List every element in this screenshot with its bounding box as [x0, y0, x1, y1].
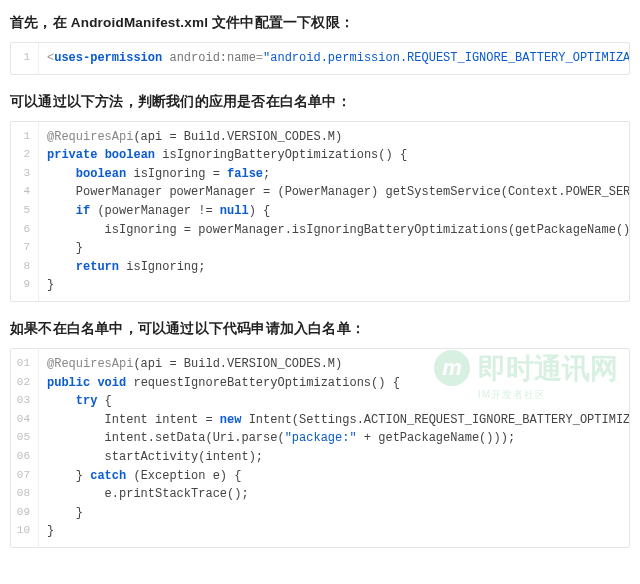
line-number: 01 [11, 349, 39, 374]
code-content: @RequiresApi(api = Build.VERSION_CODES.M… [39, 349, 629, 374]
code-content: boolean isIgnoring = false; [39, 165, 629, 184]
line-number: 3 [11, 165, 39, 184]
code-content: <uses-permission android:name="android.p… [39, 43, 629, 74]
line-number: 10 [11, 522, 39, 547]
code-line: 05 intent.setData(Uri.parse("package:" +… [11, 429, 629, 448]
line-number: 02 [11, 374, 39, 393]
line-number: 06 [11, 448, 39, 467]
heading-bold: AndroidManifest.xml [71, 15, 208, 30]
line-number: 03 [11, 392, 39, 411]
code-content: } [39, 522, 629, 547]
heading-pre: 首先，在 [10, 15, 71, 30]
code-line: 03 try { [11, 392, 629, 411]
code-content: startActivity(intent); [39, 448, 629, 467]
line-number: 6 [11, 221, 39, 240]
code-line: 01@RequiresApi(api = Build.VERSION_CODES… [11, 349, 629, 374]
code-content: public void requestIgnoreBatteryOptimiza… [39, 374, 629, 393]
code-line: 10} [11, 522, 629, 547]
code-content: } [39, 276, 629, 301]
line-number: 9 [11, 276, 39, 301]
line-number: 4 [11, 183, 39, 202]
code-block-3: 01@RequiresApi(api = Build.VERSION_CODES… [10, 348, 630, 548]
line-number: 04 [11, 411, 39, 430]
code-content: return isIgnoring; [39, 258, 629, 277]
code-line: 2private boolean isIgnoringBatteryOptimi… [11, 146, 629, 165]
code-line: 8 return isIgnoring; [11, 258, 629, 277]
code-line: 4 PowerManager powerManager = (PowerMana… [11, 183, 629, 202]
code-line: 3 boolean isIgnoring = false; [11, 165, 629, 184]
code-content: try { [39, 392, 629, 411]
section-heading-2: 可以通过以下方法，判断我们的应用是否在白名单中： [10, 93, 630, 111]
code-line: 1<uses-permission android:name="android.… [11, 43, 629, 74]
section-heading-1: 首先，在 AndroidManifest.xml 文件中配置一下权限： [10, 14, 630, 32]
line-number: 7 [11, 239, 39, 258]
code-content: e.printStackTrace(); [39, 485, 629, 504]
code-line: 06 startActivity(intent); [11, 448, 629, 467]
code-block-1: 1<uses-permission android:name="android.… [10, 42, 630, 75]
code-block-2: 1@RequiresApi(api = Build.VERSION_CODES.… [10, 121, 630, 302]
code-line: 08 e.printStackTrace(); [11, 485, 629, 504]
code-line: 9} [11, 276, 629, 301]
code-content: Intent intent = new Intent(Settings.ACTI… [39, 411, 629, 430]
line-number: 1 [11, 43, 39, 74]
code-content: } catch (Exception e) { [39, 467, 629, 486]
code-content: isIgnoring = powerManager.isIgnoringBatt… [39, 221, 629, 240]
code-line: 6 isIgnoring = powerManager.isIgnoringBa… [11, 221, 629, 240]
code-line: 09 } [11, 504, 629, 523]
line-number: 5 [11, 202, 39, 221]
code-content: private boolean isIgnoringBatteryOptimiz… [39, 146, 629, 165]
code-line: 1@RequiresApi(api = Build.VERSION_CODES.… [11, 122, 629, 147]
code-content: @RequiresApi(api = Build.VERSION_CODES.M… [39, 122, 629, 147]
code-content: } [39, 504, 629, 523]
line-number: 8 [11, 258, 39, 277]
code-line: 7 } [11, 239, 629, 258]
code-line: 02public void requestIgnoreBatteryOptimi… [11, 374, 629, 393]
section-heading-3: 如果不在白名单中，可以通过以下代码申请加入白名单： [10, 320, 630, 338]
heading-post: 文件中配置一下权限： [208, 15, 354, 30]
code-line: 07 } catch (Exception e) { [11, 467, 629, 486]
code-line: 5 if (powerManager != null) { [11, 202, 629, 221]
line-number: 08 [11, 485, 39, 504]
line-number: 05 [11, 429, 39, 448]
code-content: PowerManager powerManager = (PowerManage… [39, 183, 629, 202]
code-content: intent.setData(Uri.parse("package:" + ge… [39, 429, 629, 448]
line-number: 07 [11, 467, 39, 486]
code-line: 04 Intent intent = new Intent(Settings.A… [11, 411, 629, 430]
line-number: 2 [11, 146, 39, 165]
line-number: 09 [11, 504, 39, 523]
line-number: 1 [11, 122, 39, 147]
code-content: if (powerManager != null) { [39, 202, 629, 221]
code-content: } [39, 239, 629, 258]
